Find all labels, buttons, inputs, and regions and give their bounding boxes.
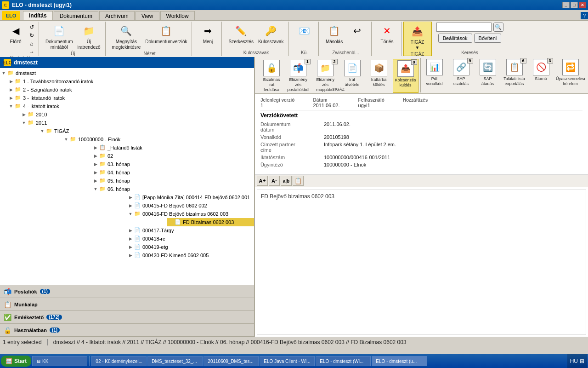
tree-item-4[interactable]: ▼ 📁 4 - Iktatott iratok bbox=[7, 102, 254, 110]
toggle-000415[interactable]: ▶ bbox=[128, 203, 133, 208]
tree-item-000416[interactable]: ▼ 📁 000416-FD Bejövő bizalmas 0602 003 bbox=[127, 210, 254, 218]
tree-item-2011[interactable]: ▼ 📁 2011 bbox=[20, 119, 254, 127]
torles-button[interactable]: ✕ Törlés bbox=[376, 23, 398, 46]
tree-item-04honap[interactable]: ▶ 📁 04. hónap bbox=[92, 168, 254, 177]
toggle-02[interactable]: ▶ bbox=[93, 153, 98, 159]
toggle-06honap[interactable]: ▼ bbox=[93, 186, 98, 192]
new-folder-button[interactable]: 📁 Újiratrendező bbox=[75, 23, 102, 51]
toggle-000420[interactable]: ▶ bbox=[128, 253, 133, 258]
tree-item-03honap[interactable]: ▶ 📁 03. hónap bbox=[92, 160, 254, 168]
new-document-button[interactable]: 📄 Dokumentummintából bbox=[44, 23, 74, 51]
close-button[interactable]: ✕ bbox=[579, 2, 586, 8]
search-input[interactable] bbox=[436, 23, 492, 32]
sap-csatolas-button[interactable]: 9 🔗 SAPcsatolás bbox=[448, 58, 474, 92]
taskbar-20110609[interactable]: 20110609_DMS_tes... bbox=[204, 356, 259, 366]
tree-item-000419[interactable]: ▶ 📄 000419-etg bbox=[127, 243, 254, 251]
undo-button[interactable]: ↩ bbox=[346, 23, 368, 39]
search-button[interactable]: 🔍 bbox=[493, 23, 503, 32]
toggle-000416[interactable]: ▼ bbox=[128, 211, 133, 217]
expand-button[interactable]: Bővíteni bbox=[474, 34, 502, 43]
tab-archivum[interactable]: Archívum bbox=[99, 11, 135, 20]
minimize-button[interactable]: _ bbox=[562, 2, 570, 8]
toggle-100000000[interactable]: ▼ bbox=[63, 137, 69, 142]
toggle-04honap[interactable]: ▶ bbox=[93, 170, 98, 175]
toggle-000417[interactable]: ▶ bbox=[128, 228, 133, 233]
elozmenyes-posta-button[interactable]: 1 📬 Előzmény zéspostafiókból bbox=[285, 59, 311, 93]
munkalap-panel[interactable]: 📋 Munkalap bbox=[0, 298, 254, 311]
taskbar-kk[interactable]: 🖥 KK bbox=[32, 356, 87, 366]
talalt-lista-button[interactable]: 6 📋 Találati listaexportálás bbox=[502, 58, 527, 92]
toggle-4[interactable]: ▼ bbox=[8, 104, 14, 109]
masolas-button[interactable]: 📋 Másolás bbox=[323, 23, 345, 46]
toggle-000419[interactable]: ▶ bbox=[128, 244, 133, 250]
font-increase-button[interactable]: A+ bbox=[257, 176, 268, 186]
postafiok-panel[interactable]: 📬 Postafiók (1) bbox=[0, 285, 254, 298]
hasznalat-panel[interactable]: 🔒 Használatban (1) bbox=[0, 324, 254, 337]
toggle-2011[interactable]: ▼ bbox=[21, 120, 27, 126]
ku-button[interactable]: 📧 bbox=[294, 23, 316, 39]
tree-area[interactable]: ▼ 📁 dmsteszt ▶ 📁 1 - Továbbszoritorozand… bbox=[0, 68, 254, 285]
tree-item-tigaz[interactable]: ▼ 📁 TIGÁZ bbox=[39, 127, 254, 135]
format-button[interactable]: a|b bbox=[281, 176, 292, 186]
ujraszkenne-button[interactable]: 🔁 Újraszkennelésikérelem bbox=[555, 58, 586, 92]
toggle-000418[interactable]: ▶ bbox=[128, 236, 133, 242]
bizalmas-irat-button[interactable]: 🔓 Bizalmas iratfeoldása bbox=[259, 59, 284, 93]
emlekezteto-panel[interactable]: ✅ Emlékeztető (172) bbox=[0, 311, 254, 324]
tree-item-3[interactable]: ▶ 📁 3 - Iktatandó iratok bbox=[7, 94, 254, 102]
tree-item-02[interactable]: ▶ 📁 02 bbox=[92, 152, 254, 160]
tree-item-000417[interactable]: ▶ 📄 000417-Tárgy bbox=[127, 226, 254, 235]
toggle-2[interactable]: ▶ bbox=[8, 87, 14, 92]
help-button[interactable]: ? bbox=[581, 12, 588, 19]
toggle-hatarido[interactable]: ▶ bbox=[93, 145, 98, 150]
refresh-button[interactable]: ↺ bbox=[28, 23, 36, 31]
menj-button[interactable]: ➡ Menj bbox=[197, 23, 219, 46]
szerkesztes-button[interactable]: ✏️ Szerkesztés bbox=[226, 23, 255, 46]
taskbar-kuldemenyek[interactable]: 02 - Küldeménykezel... bbox=[91, 356, 147, 366]
toggle-1[interactable]: ▶ bbox=[8, 79, 14, 84]
nav-arrow-button[interactable]: → bbox=[28, 48, 36, 56]
tigaz-main-button[interactable]: 📤 TIGÁZ▼ bbox=[407, 23, 429, 52]
right-scroll-container[interactable]: Jelenlegi verzió 1 Dátum 2011.06.02. Fel… bbox=[255, 94, 588, 337]
tree-item-000415[interactable]: ▶ 📄 000415-FD Bejövő 0602 002 bbox=[127, 201, 254, 210]
irattarba-kuldes-button[interactable]: 📦 Irattárbaküldés bbox=[366, 59, 392, 93]
doc-versions-button[interactable]: 📋 Dokumentumverziók bbox=[143, 23, 189, 46]
taskbar-elo-dmsteszt-u[interactable]: ELO - dmsteszt (u... bbox=[372, 356, 427, 366]
toggle-2010[interactable]: ▶ bbox=[21, 112, 27, 117]
open-view-button[interactable]: 🔍 Megnyításmegtekintésre bbox=[110, 23, 143, 51]
taskbar-dms[interactable]: DMS_teszteset_32_... bbox=[147, 356, 203, 366]
toggle-05honap[interactable]: ▶ bbox=[93, 178, 98, 184]
sap-atadas-button[interactable]: 🔄 SAPátadás bbox=[475, 58, 501, 92]
tree-item-papp[interactable]: ▶ 📄 [Papp Mónika Zita] 000414-FD bejövő … bbox=[127, 193, 254, 201]
taskbar-elo-dmsteszt-wi[interactable]: ELO - dmsteszt (Wi... bbox=[316, 356, 371, 366]
template-button[interactable]: 📋 bbox=[293, 176, 304, 186]
back-button[interactable]: ◀ Előző bbox=[5, 23, 27, 46]
taskbar-elo-java[interactable]: ELO Java Client - Wi... bbox=[260, 356, 315, 366]
storno-button[interactable]: 3 🚫 Stornó bbox=[528, 58, 554, 92]
font-decrease-button[interactable]: A- bbox=[269, 176, 280, 186]
tab-workflow[interactable]: Workflow bbox=[160, 11, 195, 20]
toggle-3[interactable]: ▶ bbox=[8, 95, 14, 101]
maximize-button[interactable]: □ bbox=[571, 2, 578, 8]
toggle-03honap[interactable]: ▶ bbox=[93, 161, 98, 167]
pdf-vonalkod-button[interactable]: 📊 Pdfvonalkód bbox=[422, 58, 447, 92]
start-button[interactable]: 🪟 Start bbox=[1, 356, 31, 367]
tree-item-fd-biz[interactable]: 📄 FD Bizalmas 0602 003 bbox=[167, 218, 254, 226]
elo-logo[interactable]: ELO bbox=[2, 11, 20, 20]
tab-inditas[interactable]: Indítás bbox=[23, 11, 53, 20]
toggle-tigaz[interactable]: ▼ bbox=[40, 128, 45, 134]
kulcsszavak-button[interactable]: 🔑 Kulcsszavak bbox=[256, 23, 286, 46]
toggle-root[interactable]: ▼ bbox=[1, 70, 6, 76]
tree-item-2010[interactable]: ▶ 📁 2010 bbox=[20, 110, 254, 119]
forward-button[interactable]: ↻ bbox=[28, 32, 36, 39]
tree-item-2[interactable]: ▶ 📁 2 - Szignálandó iratok bbox=[7, 86, 254, 94]
toggle-papp[interactable]: ▶ bbox=[128, 195, 133, 200]
tree-item-root[interactable]: ▼ 📁 dmsteszt bbox=[0, 69, 254, 77]
tree-item-100000000[interactable]: ▼ 📁 100000000 - Elnök bbox=[62, 135, 254, 144]
settings-button[interactable]: Beállítások bbox=[438, 34, 472, 43]
kolcsonzes-button[interactable]: 8 📤 Kölcsönzésküldés bbox=[393, 59, 418, 93]
tree-item-000418[interactable]: ▶ 📄 000418-rc bbox=[127, 235, 254, 243]
home-button[interactable]: ⌂ bbox=[28, 40, 36, 47]
tree-item-hatarido[interactable]: ▶ 📋 _Határidő listák bbox=[92, 144, 254, 152]
tab-dokumentum[interactable]: Dokumentum bbox=[54, 11, 98, 20]
tree-item-05honap[interactable]: ▶ 📁 05. hónap bbox=[92, 177, 254, 185]
